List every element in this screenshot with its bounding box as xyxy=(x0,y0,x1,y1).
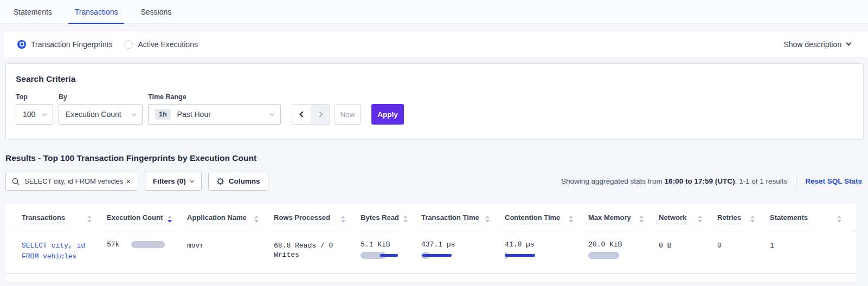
cell-rows-processed: 68.8 Reads / 0 Writes xyxy=(274,231,361,274)
sort-icon xyxy=(403,216,408,223)
chevron-right-icon xyxy=(317,111,323,117)
max-memory-bar xyxy=(588,252,644,259)
sort-icon xyxy=(639,216,644,223)
time-prev-button[interactable] xyxy=(292,104,311,125)
cell-execution-count: 57k xyxy=(107,231,187,274)
sort-icon xyxy=(698,216,702,223)
sort-icon xyxy=(254,216,259,223)
time-range-badge: 1h xyxy=(155,109,171,120)
columns-button[interactable]: Columns xyxy=(208,172,268,191)
chevron-down-icon xyxy=(846,41,852,46)
sort-icon xyxy=(341,216,345,223)
cell-contention-time: 41.0 µs xyxy=(505,231,588,274)
results-table-card: Transactions Execution Count Application… xyxy=(5,204,857,281)
column-header-transaction-time[interactable]: Transaction Time xyxy=(421,204,505,231)
column-header-rows-processed[interactable]: Rows Processed xyxy=(274,204,361,231)
chevron-down-icon xyxy=(132,111,136,115)
top-select-value: 100 xyxy=(23,110,35,119)
column-header-execution-count[interactable]: Execution Count xyxy=(107,204,187,231)
tab-statements[interactable]: Statements xyxy=(7,0,59,23)
sort-icon xyxy=(750,216,755,223)
transaction-fingerprint-link[interactable]: SELECT city, id FROM vehicles xyxy=(22,240,92,262)
column-header-bytes-read[interactable]: Bytes Read xyxy=(361,204,421,231)
filters-label: Filters (0) xyxy=(153,177,186,185)
show-description-label: Show description xyxy=(783,40,841,49)
contention-time-bar xyxy=(505,252,573,259)
chevron-down-icon xyxy=(42,111,47,115)
sort-icon xyxy=(485,216,490,223)
filters-button[interactable]: Filters (0) xyxy=(145,172,202,191)
tab-sessions[interactable]: Sessions xyxy=(134,0,178,23)
column-header-application-name[interactable]: Application Name xyxy=(187,204,274,231)
divider xyxy=(796,174,796,189)
time-next-button[interactable] xyxy=(311,104,330,125)
show-description-toggle[interactable]: Show description xyxy=(783,40,851,49)
by-select-value: Execution Count xyxy=(66,110,121,119)
radio-active-executions[interactable]: Active Executions xyxy=(124,40,198,49)
chevron-down-icon xyxy=(270,111,274,115)
top-select[interactable]: 100 xyxy=(16,104,53,125)
time-range-value: Past Hour xyxy=(177,110,211,119)
search-criteria-title: Search Criteria xyxy=(16,74,863,84)
columns-label: Columns xyxy=(229,177,260,185)
cell-transaction-time: 437.1 µs xyxy=(421,231,505,274)
column-header-transactions[interactable]: Transactions xyxy=(5,204,107,231)
stats-time-range: 16:00 to 17:59 (UTC) xyxy=(665,177,735,185)
radio-label: Transaction Fingerprints xyxy=(31,40,112,49)
radio-label: Active Executions xyxy=(138,40,198,49)
sort-icon xyxy=(168,216,172,223)
now-button[interactable]: Now xyxy=(335,104,361,125)
by-label: By xyxy=(59,93,143,101)
table-header-row: Transactions Execution Count Application… xyxy=(5,204,857,231)
cell-network: 0 B xyxy=(659,231,717,274)
chevron-left-icon xyxy=(299,111,305,117)
time-range-select[interactable]: 1h Past Hour xyxy=(148,104,281,125)
chevron-down-icon xyxy=(190,178,194,183)
results-toolbar: × Filters (0) Columns Showing aggregated… xyxy=(5,172,862,191)
cell-statements: 1 xyxy=(770,231,857,274)
page-tabs: Statements Transactions Sessions xyxy=(0,0,868,24)
transaction-time-bar xyxy=(421,252,490,259)
column-header-contention-time[interactable]: Contention Time xyxy=(505,204,588,231)
radio-selected-icon xyxy=(17,40,26,49)
cell-max-memory: 20.0 KiB xyxy=(588,231,659,274)
time-range-label: Time Range xyxy=(148,93,281,101)
sort-icon xyxy=(87,216,92,223)
apply-button[interactable]: Apply xyxy=(371,104,404,125)
radio-transaction-fingerprints[interactable]: Transaction Fingerprints xyxy=(17,40,112,49)
sort-icon xyxy=(837,216,841,223)
column-header-retries[interactable]: Retries xyxy=(717,204,770,231)
results-title: Results - Top 100 Transaction Fingerprin… xyxy=(5,153,868,163)
bytes-read-bar xyxy=(361,252,406,259)
execution-count-bar xyxy=(131,241,165,248)
column-header-statements[interactable]: Statements xyxy=(770,204,857,231)
search-criteria-card: Search Criteria Top 100 By Execution Cou… xyxy=(5,63,864,140)
column-header-max-memory[interactable]: Max Memory xyxy=(588,204,659,231)
cell-transaction: SELECT city, id FROM vehicles xyxy=(5,231,107,274)
top-label: Top xyxy=(16,93,53,101)
column-header-network[interactable]: Network xyxy=(659,204,717,231)
cell-application-name: movr xyxy=(187,231,274,274)
gear-icon xyxy=(216,177,224,185)
sort-icon xyxy=(569,216,573,223)
table-row: SELECT city, id FROM vehicles 57k movr 6… xyxy=(5,231,857,274)
tab-transactions[interactable]: Transactions xyxy=(68,0,125,23)
aggregated-stats-text: Showing aggregated stats from 16:00 to 1… xyxy=(561,177,787,185)
by-select[interactable]: Execution Count xyxy=(59,104,143,125)
sql-search-box[interactable]: × xyxy=(5,172,138,191)
transactions-table: Transactions Execution Count Application… xyxy=(5,204,857,274)
view-toggle-band: Transaction Fingerprints Active Executio… xyxy=(4,31,868,57)
search-icon xyxy=(12,178,20,185)
cell-bytes-read: 5.1 KiB xyxy=(361,231,421,274)
clear-search-icon[interactable]: × xyxy=(124,176,132,186)
reset-sql-stats-link[interactable]: Reset SQL Stats xyxy=(805,177,862,185)
radio-unselected-icon xyxy=(124,40,133,49)
cell-retries: 0 xyxy=(717,231,770,274)
search-input[interactable] xyxy=(24,177,124,185)
